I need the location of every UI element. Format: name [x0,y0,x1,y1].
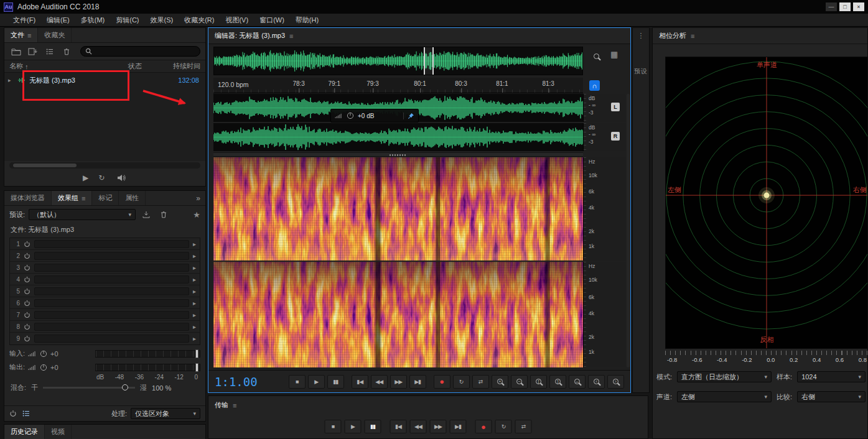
effect-slot-well[interactable] [34,335,189,343]
rack-list-icon[interactable] [22,410,30,417]
menu-edit[interactable]: 编辑(E) [41,14,75,26]
tab-video[interactable]: 视频 [45,425,72,439]
effect-slot-row[interactable]: 5▸ [10,285,200,297]
effect-slot-row[interactable]: 2▸ [10,250,200,262]
skip-to-start-button[interactable]: ▮◀ [390,420,407,433]
menu-help[interactable]: 帮助(H) [290,14,324,26]
preview-play-button[interactable]: ▶ [83,173,88,182]
save-preset-button[interactable] [139,209,153,220]
editor-hscrollbar[interactable] [213,152,583,157]
power-icon[interactable] [24,335,30,342]
editor-vscrollbar[interactable] [627,94,630,367]
tab-files[interactable]: 文件 ≡ [4,28,38,42]
menu-window[interactable]: 窗口(W) [254,14,290,26]
pause-button[interactable]: ▮▮ [327,375,344,389]
editor-hscrollbar-thumb[interactable] [213,153,583,156]
solo-monitor-button[interactable]: ∩ [589,80,600,91]
spectrogram-left-channel[interactable] [213,157,583,261]
display-options-icon[interactable]: ▦ [610,50,618,62]
slot-arrow-icon[interactable]: ▸ [193,276,196,283]
zoom-in-button[interactable]: + [492,375,508,389]
zoom-out-point-button[interactable]: ] [549,375,566,389]
power-icon[interactable] [24,252,30,259]
panel-menu-icon[interactable]: ≡ [691,32,694,40]
editor-title[interactable]: 编辑器: 无标题 (3).mp3 [215,31,285,40]
delete-preset-button[interactable] [157,209,170,220]
tab-effects-rack[interactable]: 效果组 ≡ [52,191,92,205]
effect-slot-well[interactable] [34,311,189,319]
skip-to-end-button[interactable]: ▶▮ [409,375,426,389]
pin-icon[interactable] [403,113,414,119]
menu-effects[interactable]: 效果(S) [145,14,179,26]
mix-knob[interactable] [122,384,128,390]
output-level-thumb[interactable] [195,363,198,372]
zoom-reset-right-button[interactable]: › [607,375,624,389]
waveform-overview[interactable] [213,47,583,75]
fast-forward-button[interactable]: ▶▶ [390,375,407,389]
tab-properties[interactable]: 属性 [119,191,146,205]
process-dropdown[interactable]: 仅选区对象 ▾ [131,408,200,419]
power-icon[interactable] [24,241,30,247]
files-hscrollbar[interactable] [9,162,200,169]
effect-slot-well[interactable] [34,299,189,307]
effect-slot-row[interactable]: 9▸ [10,333,200,344]
slot-arrow-icon[interactable]: ▸ [193,335,196,342]
record-button[interactable]: ● [434,375,450,389]
gain-knob-icon[interactable] [40,364,47,371]
slot-arrow-icon[interactable]: ▸ [193,300,196,307]
collapsed-preset-strip[interactable]: ⋮ 预设 [632,27,650,393]
timecode-display[interactable]: 1:1.00 [215,375,258,389]
tab-overflow-icon[interactable]: » [196,194,205,203]
compare-dropdown[interactable]: 右侧 ▾ [797,391,866,402]
transport-title[interactable]: 传输 [215,400,228,410]
zoom-reset-left-button[interactable]: ‹ [588,375,605,389]
skip-to-start-button[interactable]: ▮◀ [352,375,368,389]
slot-arrow-icon[interactable]: ▸ [193,252,196,259]
input-level-thumb[interactable] [195,349,198,358]
slot-arrow-icon[interactable]: ▸ [193,288,196,295]
phase-title[interactable]: 相位分析 [659,31,686,40]
slot-arrow-icon[interactable]: ▸ [193,323,196,330]
effect-slot-well[interactable] [34,323,189,331]
favorite-star-icon[interactable]: ★ [193,210,200,220]
mix-slider[interactable] [43,387,135,389]
loop-playback-button[interactable]: ↻ [495,420,512,433]
effect-slot-well[interactable] [34,275,189,284]
collapsed-panel-label[interactable]: 预设 [633,67,649,76]
tab-favorites[interactable]: 收藏夹 [38,28,72,42]
skip-to-end-button[interactable]: ▶▮ [450,420,467,433]
stop-button[interactable]: ■ [325,420,342,433]
effect-slot-row[interactable]: 1▸ [10,238,200,250]
files-hscrollbar-thumb[interactable] [13,164,77,167]
power-icon[interactable] [24,288,30,295]
search-input[interactable] [80,46,200,57]
menu-favorites[interactable]: 收藏夹(R) [179,14,220,26]
channel-dropdown[interactable]: 左侧 ▾ [677,391,772,402]
effect-slot-well[interactable] [34,240,189,248]
right-channel-button[interactable]: R [611,132,620,141]
panel-menu-icon[interactable]: ≡ [27,32,31,39]
tab-markers[interactable]: 标记 [92,191,119,205]
rack-power-icon[interactable] [9,410,17,417]
play-button[interactable]: ▶ [308,375,325,389]
tab-history[interactable]: 历史记录 [4,425,45,439]
effect-slot-well[interactable] [34,287,189,295]
sample-dropdown[interactable]: 1024 ▾ [797,371,866,382]
column-status[interactable]: 状态 [128,62,161,71]
column-duration[interactable]: 持续时间 [161,62,200,71]
input-level-slider[interactable] [95,350,200,358]
effect-slot-row[interactable]: 8▸ [10,321,200,333]
menu-multitrack[interactable]: 多轨(M) [75,14,111,26]
rewind-button[interactable]: ◀◀ [410,420,427,433]
minimize-button[interactable]: — [826,2,837,11]
record-button[interactable]: ● [475,420,492,433]
tab-media-browser[interactable]: 媒体浏览器 [4,191,52,205]
menu-clip[interactable]: 剪辑(C) [110,14,144,26]
menu-view[interactable]: 视图(V) [220,14,254,26]
power-icon[interactable] [24,264,30,271]
gain-knob-icon[interactable] [40,350,47,358]
menu-file[interactable]: 文件(F) [7,14,41,26]
column-name[interactable]: 名称 ↑ [9,62,128,71]
rewind-button[interactable]: ◀◀ [371,375,388,389]
gain-knob-icon[interactable] [347,112,354,119]
